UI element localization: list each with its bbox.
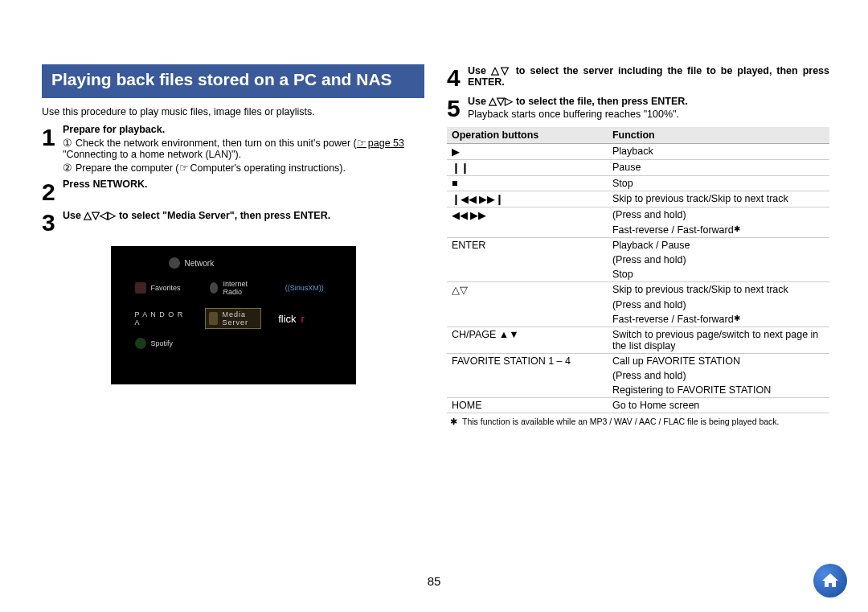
step-title: Prepare for playback.	[63, 124, 424, 135]
table-cell-button: ◀◀ ▶▶	[447, 207, 608, 224]
table-cell-button: △▽	[447, 282, 608, 298]
tv-item-flickr: flickr	[278, 313, 331, 325]
table-cell-function: Skip to previous track/Skip to next trac…	[608, 191, 829, 207]
step-2: 2 Press NETWORK.	[42, 179, 424, 204]
step-5: 5 Use △▽▷ to select the file, then press…	[447, 95, 829, 121]
step-number: 4	[447, 64, 468, 90]
table-cell-button	[447, 253, 608, 267]
tv-header: Network	[121, 254, 346, 277]
step-number: 1	[42, 124, 63, 150]
table-cell-function: Registering to FAVORITE STATION	[608, 383, 829, 398]
page-link[interactable]: page 53	[357, 138, 404, 149]
network-icon	[169, 257, 180, 269]
table-cell-button: ■	[447, 176, 608, 191]
section-title: Playing back files stored on a PC and NA…	[42, 64, 424, 98]
table-cell-function: Fast-reverse / Fast-forward	[608, 223, 829, 238]
table-cell-function: Switch to previous page/switch to next p…	[608, 327, 829, 354]
tv-screenshot: Network Favorites Internet Radio ((Siriu…	[111, 246, 356, 384]
substep-text-after: Computer's operating instructions).	[190, 162, 346, 174]
step-title: Use △▽▷ to select the file, then press E…	[468, 95, 829, 107]
table-cell-button: ❙◀◀ ▶▶❙	[447, 191, 608, 207]
table-cell-button: ENTER	[447, 238, 608, 253]
table-cell-button	[447, 383, 608, 398]
table-cell-function: Skip to previous track/Skip to next trac…	[608, 282, 829, 298]
table-cell-button: FAVORITE STATION 1 – 4	[447, 354, 608, 369]
table-cell-function: (Press and hold)	[608, 207, 829, 224]
step-title: Use △▽ to select the server including th…	[468, 64, 829, 88]
page-number: 85	[428, 574, 441, 588]
table-cell-function: (Press and hold)	[608, 253, 829, 267]
table-header-function: Function	[608, 127, 829, 144]
pointer-icon	[179, 162, 190, 174]
home-button[interactable]	[813, 564, 847, 598]
step-number: 2	[42, 179, 63, 204]
step-title: Use △▽◁▷ to select "Media Server", then …	[63, 209, 424, 221]
operations-table: Operation buttons Function ▶Playback❙❙Pa…	[447, 127, 829, 413]
table-cell-function: Stop	[608, 176, 829, 191]
tv-item-favorites: Favorites	[135, 282, 182, 294]
tv-item-media-server: Media Server	[206, 309, 260, 328]
substep-text: Check the network environment, then turn…	[76, 138, 357, 149]
footnote-text: This function is available while an MP3 …	[462, 417, 780, 427]
tv-item-sirius: ((SiriusXM))	[285, 284, 332, 292]
table-cell-function: Fast-reverse / Fast-forward	[608, 312, 829, 327]
footnote: ✱ This function is available while an MP…	[447, 417, 829, 427]
spotify-icon	[135, 338, 146, 349]
table-cell-button: CH/PAGE ▲▼	[447, 327, 608, 354]
tv-item-internet-radio: Internet Radio	[210, 280, 256, 296]
table-cell-button	[447, 267, 608, 282]
tv-item-pandora: P A N D O R A	[135, 310, 188, 327]
table-cell-function: Pause	[608, 160, 829, 176]
table-cell-function: Call up FAVORITE STATION	[608, 354, 829, 369]
globe-icon	[210, 282, 218, 294]
table-header-buttons: Operation buttons	[447, 127, 608, 144]
table-cell-function: (Press and hold)	[608, 368, 829, 383]
table-cell-function: Playback / Pause	[608, 238, 829, 253]
home-icon	[821, 571, 840, 590]
intro-text: Use this procedure to play music files, …	[42, 106, 424, 117]
tv-item-spotify: Spotify	[135, 338, 206, 349]
table-cell-button	[447, 223, 608, 238]
table-cell-button	[447, 368, 608, 383]
table-cell-button: ▶	[447, 144, 608, 160]
table-cell-function: Playback	[608, 144, 829, 160]
tv-header-label: Network	[185, 259, 215, 268]
step-title: Press NETWORK.	[63, 179, 424, 190]
footnote-marker: ✱	[450, 417, 457, 427]
substep-2: ②Prepare the computer (Computer's operat…	[63, 162, 424, 174]
table-cell-button	[447, 312, 608, 327]
table-cell-button: HOME	[447, 398, 608, 413]
step-3: 3 Use △▽◁▷ to select "Media Server", the…	[42, 209, 424, 235]
table-cell-function: (Press and hold)	[608, 298, 829, 312]
step-number: 3	[42, 209, 63, 235]
substep-text: Prepare the computer (	[76, 162, 179, 174]
table-cell-function: Go to Home screen	[608, 398, 829, 413]
table-cell-button	[447, 298, 608, 312]
step-number: 5	[447, 95, 468, 121]
heart-icon	[135, 282, 146, 294]
step-note: Playback starts once buffering reaches "…	[468, 109, 829, 120]
substep-text-after: "Connecting to a home network (LAN)").	[63, 149, 241, 160]
step-1: 1 Prepare for playback. ①Check the netwo…	[42, 124, 424, 174]
table-cell-function: Stop	[608, 267, 829, 282]
table-cell-button: ❙❙	[447, 160, 608, 176]
substep-1: ①Check the network environment, then tur…	[63, 137, 424, 160]
media-server-icon	[209, 312, 218, 325]
step-4: 4 Use △▽ to select the server including …	[447, 64, 829, 90]
